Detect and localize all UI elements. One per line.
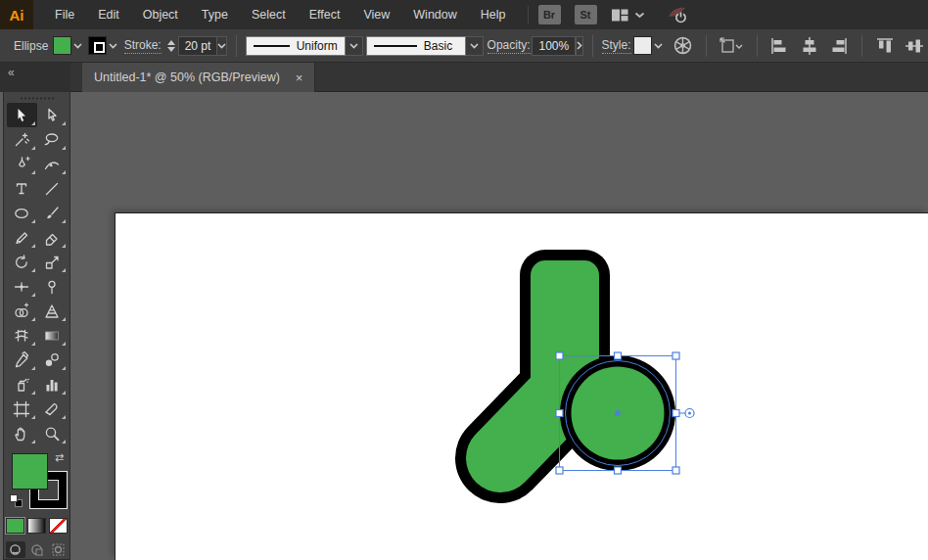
rotate-widget-icon[interactable] — [685, 409, 694, 418]
draw-normal-button[interactable] — [6, 541, 25, 558]
chevron-down-icon[interactable] — [466, 36, 484, 56]
perspective-grid-tool[interactable] — [37, 299, 68, 323]
menu-item-window[interactable]: Window — [401, 0, 468, 29]
selection-tool[interactable] — [7, 103, 37, 127]
graphic-style-dropdown[interactable] — [633, 36, 666, 55]
menu-item-help[interactable]: Help — [469, 0, 518, 29]
isolate-selected-object-button[interactable] — [715, 36, 748, 56]
none-button[interactable] — [49, 518, 68, 534]
fill-stroke-indicator: ⇄ — [4, 451, 70, 514]
canvas-area[interactable] — [0, 92, 928, 560]
chevron-down-icon[interactable] — [346, 36, 363, 56]
puppet-warp-tool[interactable] — [37, 274, 68, 299]
gradient-button[interactable] — [27, 518, 46, 534]
menu-bar: Ai FileEditObjectTypeSelectEffectViewWin… — [0, 0, 928, 29]
tools-grid — [4, 103, 70, 445]
brush-preview — [374, 45, 417, 47]
recolor-artwork-button[interactable] — [669, 35, 697, 56]
fill-color-swatch[interactable] — [53, 36, 71, 55]
scale-tool-icon — [43, 254, 61, 271]
menu-item-edit[interactable]: Edit — [86, 0, 131, 29]
ellipse-tool[interactable] — [7, 201, 37, 225]
zoom-tool[interactable] — [37, 421, 68, 445]
fill-proxy[interactable] — [12, 453, 48, 490]
selection-tool-icon — [13, 107, 30, 124]
artboard-tool[interactable] — [7, 397, 37, 421]
direct-selection-tool-icon — [43, 107, 61, 124]
width-profile-preview — [254, 45, 290, 47]
mesh-tool[interactable] — [7, 323, 37, 348]
swap-fill-stroke-icon[interactable]: ⇄ — [55, 451, 64, 464]
align-top-icon[interactable] — [871, 36, 899, 56]
artboard-tool-icon — [13, 400, 30, 418]
symbol-sprayer-tool[interactable] — [7, 372, 37, 397]
color-button[interactable] — [6, 518, 24, 534]
type-tool[interactable] — [7, 176, 37, 201]
illustrator-window: Ai FileEditObjectTypeSelectEffectViewWin… — [0, 0, 928, 560]
symbol-sprayer-tool-icon — [13, 376, 30, 394]
menu-item-view[interactable]: View — [351, 0, 401, 29]
graphic-style-swatch[interactable] — [633, 36, 652, 55]
gpu-performance-icon[interactable] — [667, 4, 690, 25]
gradient-tool-icon — [43, 327, 61, 345]
menu-item-effect[interactable]: Effect — [298, 0, 352, 29]
chevron-down-icon[interactable] — [71, 36, 85, 55]
align-vertical-center-icon[interactable] — [901, 36, 928, 56]
chevron-down-icon[interactable] — [652, 36, 666, 55]
scale-tool[interactable] — [37, 250, 68, 274]
workspace-switcher[interactable] — [611, 8, 645, 23]
style-panel-link[interactable]: Style: — [602, 38, 631, 54]
stroke-color-dropdown[interactable] — [88, 36, 120, 55]
pen-tool[interactable] — [7, 152, 37, 176]
align-left-icon[interactable] — [766, 36, 793, 56]
opacity-dropdown-button[interactable] — [576, 36, 583, 56]
blend-tool-icon — [43, 351, 61, 369]
close-document-icon[interactable]: × — [296, 70, 303, 85]
eraser-tool[interactable] — [37, 225, 68, 250]
stroke-color-swatch[interactable] — [88, 36, 107, 55]
stroke-weight-value[interactable]: 20 pt — [178, 36, 218, 56]
paintbrush-tool[interactable] — [37, 201, 68, 225]
opacity-panel-link[interactable]: Opacity: — [487, 38, 531, 54]
adobe-stock-button[interactable]: St — [575, 5, 597, 24]
shape-builder-tool[interactable] — [7, 299, 37, 323]
chevron-down-icon[interactable] — [107, 36, 120, 55]
brush-definition-value: Basic — [424, 39, 452, 53]
align-right-icon[interactable] — [825, 36, 853, 56]
rotate-tool[interactable] — [7, 250, 37, 274]
draw-behind-button[interactable] — [27, 541, 47, 558]
pencil-tool[interactable] — [7, 225, 37, 250]
align-horizontal-center-icon[interactable] — [796, 36, 823, 56]
paint-style-buttons — [4, 518, 70, 534]
stroke-panel-link[interactable]: Stroke: — [124, 38, 162, 54]
brush-definition-dropdown[interactable]: Basic — [366, 36, 484, 56]
curvature-tool[interactable] — [37, 152, 68, 176]
menu-item-object[interactable]: Object — [131, 0, 190, 29]
stroke-weight-stepper[interactable] — [167, 40, 175, 52]
column-graph-tool[interactable] — [37, 372, 68, 397]
menu-item-select[interactable]: Select — [240, 0, 298, 29]
line-segment-tool[interactable] — [37, 176, 68, 201]
eyedropper-tool[interactable] — [7, 348, 37, 372]
variable-width-profile-dropdown[interactable]: Uniform — [246, 36, 363, 56]
opacity-value[interactable]: 100% — [532, 36, 576, 56]
fill-color-dropdown[interactable] — [53, 36, 85, 55]
blend-tool[interactable] — [37, 348, 68, 372]
toolbar-drag-handle[interactable] — [20, 96, 55, 101]
direct-selection-tool[interactable] — [37, 103, 68, 127]
gradient-tool[interactable] — [37, 323, 68, 348]
toolbar-collapse-button[interactable]: « — [0, 63, 70, 92]
menu-item-file[interactable]: File — [43, 0, 86, 29]
slice-tool[interactable] — [37, 397, 68, 421]
toolbar-panel: ⇄ — [3, 92, 70, 560]
menu-item-type[interactable]: Type — [190, 0, 240, 29]
hand-tool[interactable] — [7, 421, 37, 445]
document-tab[interactable]: Untitled-1* @ 50% (RGB/Preview) × — [82, 63, 315, 92]
go-to-bridge-button[interactable]: Br — [538, 5, 561, 24]
draw-inside-button[interactable] — [49, 541, 69, 558]
default-fill-stroke-icon[interactable] — [10, 494, 23, 507]
magic-wand-tool[interactable] — [7, 127, 37, 152]
width-tool[interactable] — [7, 274, 37, 299]
stroke-weight-dropdown-button[interactable] — [217, 36, 227, 56]
lasso-tool[interactable] — [37, 127, 68, 152]
